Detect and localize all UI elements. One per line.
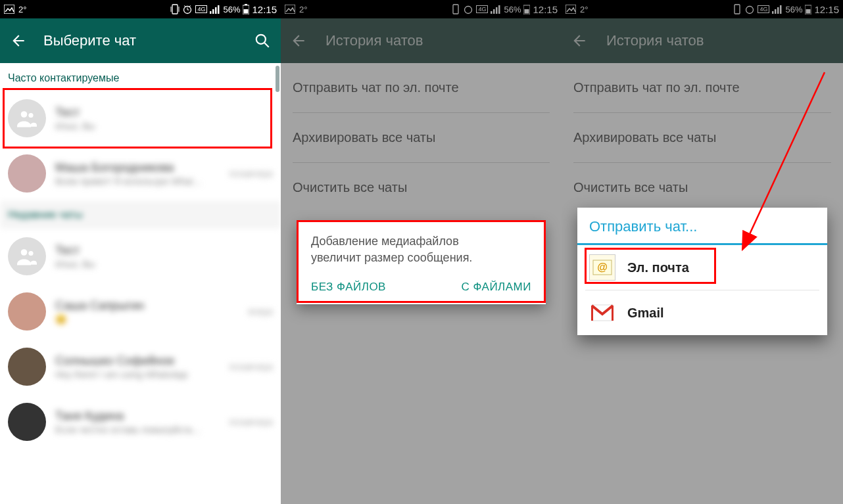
dialog-text-line1: Добавление медиафайлов — [311, 235, 459, 248]
chat-subtitle: Илья, Вы — [55, 121, 273, 131]
avatar — [8, 292, 46, 331]
section-frequent: Часто контактируемые — [0, 63, 281, 91]
group-avatar-icon — [8, 99, 46, 137]
svg-point-21 — [28, 251, 33, 256]
svg-rect-14 — [245, 4, 247, 5]
svg-text:@: @ — [597, 262, 608, 273]
svg-rect-11 — [215, 7, 217, 14]
status-temp: 2° — [18, 5, 26, 14]
chat-row[interactable]: Саша Сапрыгин 😊 вчера — [0, 284, 281, 339]
svg-point-20 — [21, 249, 28, 256]
svg-line-17 — [264, 43, 269, 47]
dialog-text-line2: увеличит размер сообщения. — [311, 251, 472, 264]
chat-name: Саша Сапрыгин — [55, 299, 239, 313]
with-files-button[interactable]: С ФАЙЛАМИ — [462, 281, 531, 294]
chat-name: Тест — [55, 106, 273, 120]
avatar — [8, 348, 46, 386]
share-option-label: Gmail — [627, 306, 664, 321]
svg-rect-10 — [212, 9, 214, 14]
chat-row[interactable]: Маша Богородникова Всем привет! Я исполь… — [0, 146, 281, 201]
phone-screen-2: 2° 4G 56% 12:15 История чатов Отправить … — [281, 0, 562, 504]
status-battery-pct: 56% — [223, 5, 240, 14]
share-option-email[interactable]: @ Эл. почта — [577, 245, 827, 290]
svg-rect-9 — [210, 11, 212, 14]
phone-screen-3: 2° 4G 56% 12:15 История чатов Отправить … — [562, 0, 843, 504]
without-files-button[interactable]: БЕЗ ФАЙЛОВ — [311, 281, 386, 294]
media-dialog: Добавление медиафайлов увеличит размер с… — [297, 220, 546, 304]
avatar — [8, 403, 46, 441]
signal-icon — [210, 5, 220, 14]
search-button[interactable] — [253, 32, 272, 50]
chat-name: Тест — [55, 244, 273, 258]
chat-row[interactable]: Таня Кудина Если честно оставь пожалуйст… — [0, 394, 281, 449]
share-dialog: Отправить чат... @ Эл. почта Gmail — [577, 208, 827, 335]
email-icon: @ — [589, 254, 615, 281]
svg-line-7 — [184, 6, 185, 7]
group-avatar-icon — [8, 237, 46, 275]
svg-line-8 — [189, 6, 191, 7]
chat-row[interactable]: Солнышко Софийное Hey there! I am using … — [0, 339, 281, 394]
scrollbar[interactable] — [276, 66, 279, 92]
share-option-label: Эл. почта — [627, 260, 689, 275]
vibrate-icon — [170, 4, 180, 14]
status-net: 4G — [195, 5, 207, 13]
chat-row[interactable]: Тест Илья, Вы — [0, 91, 281, 146]
chat-name: Солнышко Софийное — [55, 354, 220, 368]
chat-time: позавчера — [229, 417, 273, 427]
chat-subtitle: Hey there! I am using WhatsApp — [55, 369, 220, 380]
avatar — [8, 154, 46, 193]
chat-name: Таня Кудина — [55, 409, 220, 423]
share-option-gmail[interactable]: Gmail — [577, 290, 827, 335]
chat-subtitle: Если честно оставь пожалуйста… — [55, 424, 220, 435]
app-bar: Выберите чат — [0, 18, 281, 63]
chat-subtitle: 😊 — [55, 314, 239, 325]
chat-name: Маша Богородникова — [55, 161, 220, 175]
chat-row[interactable]: Тест Илья, Вы — [0, 229, 281, 284]
chat-subtitle: Илья, Вы — [55, 259, 273, 269]
chat-subtitle: Всем привет! Я использую What… — [55, 176, 220, 187]
svg-rect-1 — [172, 5, 178, 14]
status-bar: 2° 4G 56% 12:15 — [0, 0, 281, 18]
image-icon — [4, 5, 14, 14]
phone-screen-1: 2° 4G 56% 12:15 Выберите чат Часто конта… — [0, 0, 281, 504]
back-button[interactable] — [9, 32, 28, 50]
gmail-icon — [589, 300, 615, 326]
chat-time: позавчера — [229, 168, 273, 179]
status-time: 12:15 — [252, 4, 277, 15]
svg-point-18 — [21, 111, 28, 118]
svg-point-16 — [256, 35, 266, 44]
svg-point-19 — [28, 113, 33, 118]
chat-time: позавчера — [229, 361, 273, 372]
svg-rect-12 — [218, 5, 220, 14]
svg-rect-15 — [244, 9, 249, 14]
section-recent: Недавние чаты — [0, 201, 281, 229]
alarm-icon — [182, 4, 193, 14]
page-title: Выберите чат — [43, 32, 237, 49]
share-dialog-title: Отправить чат... — [577, 208, 827, 245]
battery-icon — [243, 4, 249, 14]
chat-time: вчера — [249, 306, 273, 317]
